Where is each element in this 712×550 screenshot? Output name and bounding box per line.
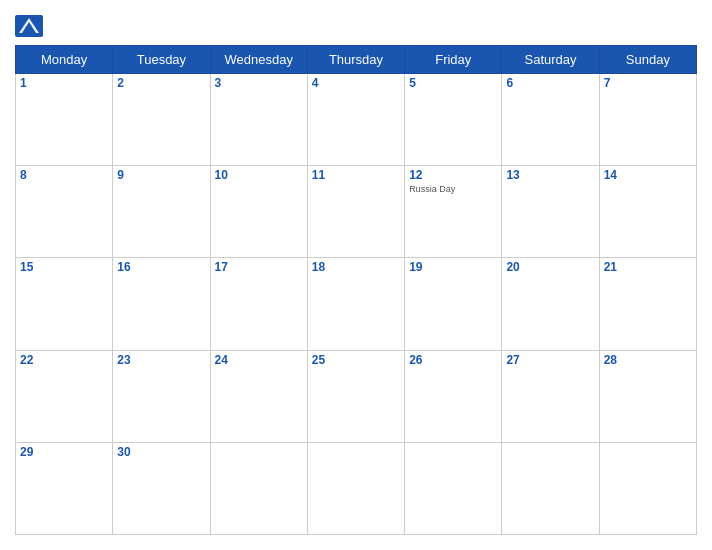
- day-number: 16: [117, 260, 205, 274]
- calendar-cell: 6: [502, 74, 599, 166]
- calendar-cell: 29: [16, 442, 113, 534]
- calendar-cell: 21: [599, 258, 696, 350]
- calendar-cell: [502, 442, 599, 534]
- calendar-cell: 3: [210, 74, 307, 166]
- day-number: 13: [506, 168, 594, 182]
- calendar-week-row: 89101112Russia Day1314: [16, 166, 697, 258]
- calendar-cell: 13: [502, 166, 599, 258]
- day-number: 5: [409, 76, 497, 90]
- weekday-header-thursday: Thursday: [307, 46, 404, 74]
- day-number: 2: [117, 76, 205, 90]
- day-number: 21: [604, 260, 692, 274]
- calendar-header: [15, 10, 697, 45]
- calendar-cell: 20: [502, 258, 599, 350]
- day-number: 24: [215, 353, 303, 367]
- weekday-header-monday: Monday: [16, 46, 113, 74]
- day-number: 25: [312, 353, 400, 367]
- calendar-cell: 17: [210, 258, 307, 350]
- calendar-cell: 7: [599, 74, 696, 166]
- day-number: 30: [117, 445, 205, 459]
- event-label: Russia Day: [409, 184, 497, 194]
- day-number: 14: [604, 168, 692, 182]
- day-number: 10: [215, 168, 303, 182]
- weekday-header-row: MondayTuesdayWednesdayThursdayFridaySatu…: [16, 46, 697, 74]
- day-number: 3: [215, 76, 303, 90]
- calendar-cell: 16: [113, 258, 210, 350]
- day-number: 26: [409, 353, 497, 367]
- day-number: 9: [117, 168, 205, 182]
- day-number: 7: [604, 76, 692, 90]
- day-number: 27: [506, 353, 594, 367]
- calendar-cell: 24: [210, 350, 307, 442]
- calendar-week-row: 15161718192021: [16, 258, 697, 350]
- day-number: 19: [409, 260, 497, 274]
- day-number: 1: [20, 76, 108, 90]
- weekday-header-tuesday: Tuesday: [113, 46, 210, 74]
- calendar-cell: [599, 442, 696, 534]
- calendar-cell: 28: [599, 350, 696, 442]
- calendar-cell: 22: [16, 350, 113, 442]
- calendar-cell: 26: [405, 350, 502, 442]
- calendar-week-row: 22232425262728: [16, 350, 697, 442]
- calendar-cell: [210, 442, 307, 534]
- generalblue-logo-icon: [15, 15, 43, 37]
- weekday-header-sunday: Sunday: [599, 46, 696, 74]
- calendar-week-row: 1234567: [16, 74, 697, 166]
- calendar-cell: 30: [113, 442, 210, 534]
- calendar-cell: 23: [113, 350, 210, 442]
- calendar-cell: 15: [16, 258, 113, 350]
- day-number: 12: [409, 168, 497, 182]
- weekday-header-friday: Friday: [405, 46, 502, 74]
- day-number: 15: [20, 260, 108, 274]
- day-number: 17: [215, 260, 303, 274]
- day-number: 6: [506, 76, 594, 90]
- logo: [15, 15, 47, 37]
- day-number: 23: [117, 353, 205, 367]
- weekday-header-saturday: Saturday: [502, 46, 599, 74]
- calendar-table: MondayTuesdayWednesdayThursdayFridaySatu…: [15, 45, 697, 535]
- day-number: 4: [312, 76, 400, 90]
- day-number: 29: [20, 445, 108, 459]
- day-number: 8: [20, 168, 108, 182]
- weekday-header-wednesday: Wednesday: [210, 46, 307, 74]
- calendar-cell: 19: [405, 258, 502, 350]
- day-number: 22: [20, 353, 108, 367]
- day-number: 28: [604, 353, 692, 367]
- calendar-cell: 25: [307, 350, 404, 442]
- calendar-cell: 5: [405, 74, 502, 166]
- calendar-cell: 14: [599, 166, 696, 258]
- calendar-cell: 1: [16, 74, 113, 166]
- calendar-cell: 18: [307, 258, 404, 350]
- calendar-cell: 9: [113, 166, 210, 258]
- calendar-cell: 10: [210, 166, 307, 258]
- calendar-cell: [405, 442, 502, 534]
- calendar-cell: 12Russia Day: [405, 166, 502, 258]
- day-number: 11: [312, 168, 400, 182]
- calendar-cell: 11: [307, 166, 404, 258]
- calendar-cell: 4: [307, 74, 404, 166]
- day-number: 20: [506, 260, 594, 274]
- calendar-cell: 2: [113, 74, 210, 166]
- calendar-cell: 8: [16, 166, 113, 258]
- calendar-cell: 27: [502, 350, 599, 442]
- day-number: 18: [312, 260, 400, 274]
- calendar-week-row: 2930: [16, 442, 697, 534]
- calendar-cell: [307, 442, 404, 534]
